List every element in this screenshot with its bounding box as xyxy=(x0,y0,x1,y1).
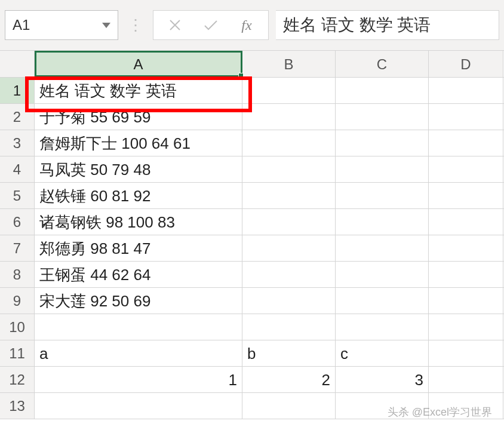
cell[interactable]: 于予菊 55 69 59 xyxy=(35,104,242,130)
fx-label: fx xyxy=(241,17,251,33)
cell[interactable] xyxy=(429,235,503,261)
cell[interactable] xyxy=(336,235,429,261)
row-header[interactable]: 12 xyxy=(0,367,35,392)
table-row: 3詹姆斯下士 100 64 61 xyxy=(0,130,504,156)
table-row: 7郑德勇 98 81 47 xyxy=(0,235,504,262)
column-header-a[interactable]: A xyxy=(35,51,242,77)
confirm-button[interactable] xyxy=(193,19,229,32)
cell[interactable] xyxy=(429,183,503,208)
select-all-corner[interactable] xyxy=(0,51,35,77)
column-header-b[interactable]: B xyxy=(242,51,336,77)
cell[interactable] xyxy=(336,130,429,156)
cell[interactable]: c xyxy=(336,340,429,366)
formula-input[interactable]: 姓名 语文 数学 英语 xyxy=(276,10,499,40)
row-header[interactable]: 13 xyxy=(0,393,35,419)
insert-function-button[interactable]: fx xyxy=(229,17,265,33)
row-header[interactable]: 4 xyxy=(0,156,35,182)
table-row: 9宋大莲 92 50 69 xyxy=(0,288,504,314)
column-header-c[interactable]: C xyxy=(336,51,429,77)
table-row: 4马凤英 50 79 48 xyxy=(0,156,504,183)
table-row: 6诸葛钢铁 98 100 83 xyxy=(0,209,504,235)
cell[interactable]: 3 xyxy=(336,367,429,392)
name-box[interactable]: A1 xyxy=(5,10,118,40)
rows-container: 1姓名 语文 数学 英语2于予菊 55 69 593詹姆斯下士 100 64 6… xyxy=(0,78,504,419)
chevron-down-icon[interactable] xyxy=(102,23,110,28)
table-row: 10 xyxy=(0,314,504,340)
cell[interactable] xyxy=(429,130,503,156)
cell[interactable] xyxy=(336,78,429,103)
cell[interactable] xyxy=(35,314,242,340)
table-row: 5赵铁锤 60 81 92 xyxy=(0,183,504,209)
column-header-d[interactable]: D xyxy=(429,51,503,77)
cell[interactable] xyxy=(242,288,336,314)
table-row: 12123 xyxy=(0,367,504,393)
cell[interactable] xyxy=(242,130,336,156)
spreadsheet-grid: A B C D 1姓名 语文 数学 英语2于予菊 55 69 593詹姆斯下士 … xyxy=(0,51,504,419)
row-header[interactable]: 6 xyxy=(0,209,35,235)
column-headers: A B C D xyxy=(0,51,504,78)
cell[interactable] xyxy=(429,262,503,287)
table-row: 8王钢蛋 44 62 64 xyxy=(0,262,504,288)
name-box-value: A1 xyxy=(13,17,102,33)
row-header[interactable]: 11 xyxy=(0,340,35,366)
cell[interactable]: 王钢蛋 44 62 64 xyxy=(35,262,242,287)
table-row: 1姓名 语文 数学 英语 xyxy=(0,78,504,104)
cell[interactable] xyxy=(242,183,336,208)
row-header[interactable]: 10 xyxy=(0,314,35,340)
cell[interactable]: 姓名 语文 数学 英语 xyxy=(35,78,242,103)
cell[interactable] xyxy=(429,104,503,130)
cell[interactable]: a xyxy=(35,340,242,366)
cell[interactable] xyxy=(336,209,429,235)
formula-bar: A1 ⋮ fx 姓名 语文 数学 英语 xyxy=(0,0,504,51)
cell[interactable] xyxy=(336,262,429,287)
cell[interactable] xyxy=(242,262,336,287)
cell[interactable]: 郑德勇 98 81 47 xyxy=(35,235,242,261)
cell[interactable] xyxy=(242,209,336,235)
cell[interactable] xyxy=(336,183,429,208)
cell[interactable] xyxy=(429,156,503,182)
cell[interactable]: 詹姆斯下士 100 64 61 xyxy=(35,130,242,156)
cell[interactable] xyxy=(429,340,503,366)
row-header[interactable]: 7 xyxy=(0,235,35,261)
table-row: 11abc xyxy=(0,340,504,367)
formula-value: 姓名 语文 数学 英语 xyxy=(283,14,431,36)
cell[interactable] xyxy=(429,209,503,235)
cell[interactable] xyxy=(429,314,503,340)
cell[interactable] xyxy=(336,288,429,314)
cell[interactable] xyxy=(242,393,336,419)
row-header[interactable]: 8 xyxy=(0,262,35,287)
row-header[interactable]: 2 xyxy=(0,104,35,130)
cell[interactable]: 2 xyxy=(242,367,336,392)
cell[interactable]: 宋大莲 92 50 69 xyxy=(35,288,242,314)
row-header[interactable]: 3 xyxy=(0,130,35,156)
cell[interactable] xyxy=(242,78,336,103)
cell[interactable]: 诸葛钢铁 98 100 83 xyxy=(35,209,242,235)
cell[interactable] xyxy=(242,314,336,340)
formula-bar-buttons: fx xyxy=(153,10,269,40)
cell[interactable]: 马凤英 50 79 48 xyxy=(35,156,242,182)
cell[interactable] xyxy=(429,288,503,314)
cell[interactable]: 赵铁锤 60 81 92 xyxy=(35,183,242,208)
cell[interactable] xyxy=(242,156,336,182)
row-header[interactable]: 9 xyxy=(0,288,35,314)
cell[interactable] xyxy=(336,156,429,182)
cell[interactable] xyxy=(35,393,242,419)
cell[interactable]: b xyxy=(242,340,336,366)
separator-icon: ⋮ xyxy=(125,16,146,35)
cell[interactable] xyxy=(429,367,503,392)
cell[interactable] xyxy=(336,104,429,130)
cancel-button[interactable] xyxy=(157,19,193,32)
row-header[interactable]: 5 xyxy=(0,183,35,208)
table-row: 2于予菊 55 69 59 xyxy=(0,104,504,130)
cell[interactable] xyxy=(242,235,336,261)
cell[interactable]: 1 xyxy=(35,367,242,392)
row-header[interactable]: 1 xyxy=(0,78,35,103)
cell[interactable] xyxy=(242,104,336,130)
cell[interactable] xyxy=(336,314,429,340)
cell[interactable] xyxy=(429,78,503,103)
watermark: 头杀 @Excel学习世界 xyxy=(388,405,492,419)
